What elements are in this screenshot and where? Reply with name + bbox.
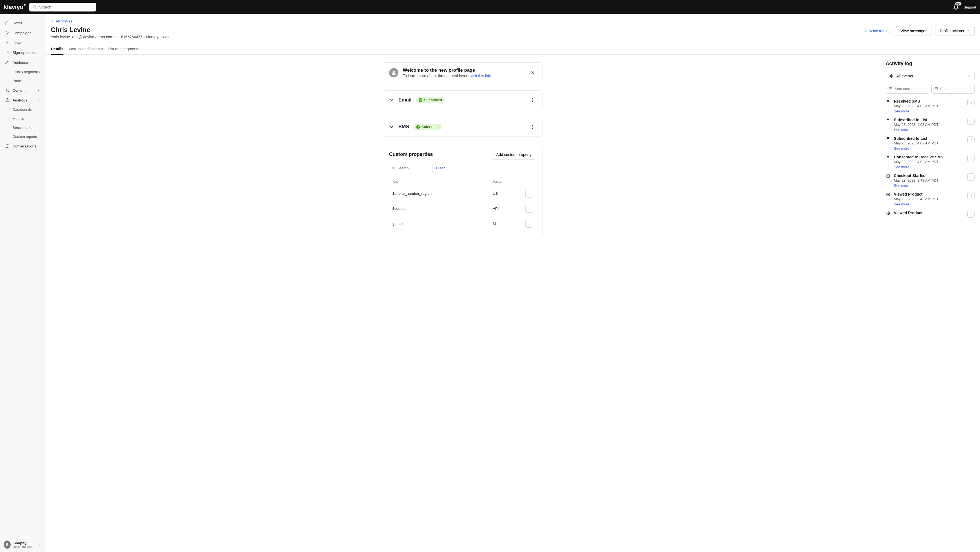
activity-timeline: Received SMSMay 23, 2023, 4:02 AM PDTSee…: [886, 99, 975, 222]
event-menu-button[interactable]: [967, 192, 975, 199]
view-messages-button[interactable]: View messages: [896, 26, 932, 36]
table-header-key: Key: [390, 177, 490, 186]
svg-point-39: [971, 120, 971, 120]
activity-event: Viewed ProductMay 23, 2023, 3:42 AM PDTS…: [886, 192, 975, 211]
search-input[interactable]: [39, 5, 93, 9]
event-name: Subscribed to List: [894, 118, 964, 122]
see-more-link[interactable]: See more: [894, 202, 909, 206]
profile-actions-button[interactable]: Profile actions: [935, 26, 975, 36]
chevron-up-icon: [37, 61, 40, 64]
event-name: Viewed Product: [894, 192, 964, 196]
see-more-link[interactable]: See more: [894, 165, 909, 169]
view-old-page-link[interactable]: View the old page: [864, 29, 892, 33]
table-row: $phone_number_regionUS: [390, 187, 536, 201]
see-more-link[interactable]: See more: [894, 146, 909, 150]
sidebar-item-conversations[interactable]: Conversations: [0, 141, 45, 151]
event-date: May 23, 2023, 4:02 AM PDT: [894, 123, 964, 127]
event-body: Consented to Receive SMSMay 23, 2023, 4:…: [894, 155, 964, 169]
event-menu-button[interactable]: [967, 99, 975, 106]
svg-point-7: [8, 61, 9, 62]
sidebar-item-home[interactable]: Home: [0, 18, 45, 28]
expand-toggle[interactable]: [389, 124, 394, 129]
event-menu-button[interactable]: [967, 118, 975, 125]
tab-lists-segments[interactable]: List and segments: [108, 44, 140, 54]
end-date-placeholder: End date: [940, 87, 955, 91]
see-more-link[interactable]: See more: [894, 109, 909, 113]
sidebar-item-benchmarks[interactable]: Benchmarks: [0, 123, 45, 132]
svg-point-24: [529, 194, 530, 195]
audience-icon: [5, 60, 10, 65]
sidebar-label: Profiles: [13, 79, 24, 83]
see-more-link[interactable]: See more: [894, 183, 909, 188]
profile-location: Montoyatown: [146, 35, 169, 39]
see-more-link[interactable]: See more: [894, 128, 909, 132]
sidebar-item-campaigns[interactable]: Campaigns: [0, 28, 45, 38]
sidebar-item-lists-segments[interactable]: Lists & segments: [0, 67, 45, 76]
tab-metrics[interactable]: Metrics and insights: [69, 44, 103, 54]
event-menu-button[interactable]: [967, 174, 975, 180]
svg-point-11: [393, 71, 395, 73]
custom-props-search-input[interactable]: [397, 166, 430, 170]
svg-point-25: [529, 207, 530, 207]
activity-event: Consented to Receive SMSMay 23, 2023, 4:…: [886, 155, 975, 174]
status-label: Subscribed: [422, 125, 439, 129]
welcome-banner: Welcome to the new profile page To learn…: [383, 62, 542, 83]
sidebar-label: Campaigns: [13, 31, 31, 35]
sidebar-item-content[interactable]: Content: [0, 85, 45, 95]
close-button[interactable]: [529, 69, 536, 76]
event-menu-button[interactable]: [967, 155, 975, 162]
welcome-link[interactable]: visit this link: [471, 73, 491, 78]
profile-phone: +18166766477: [117, 35, 142, 39]
kebab-icon: [969, 101, 973, 104]
svg-point-42: [971, 139, 971, 139]
sidebar-item-custom-reports[interactable]: Custom reports: [0, 132, 45, 141]
search-icon: [392, 166, 395, 170]
row-menu-button[interactable]: [525, 220, 533, 228]
sidebar-item-audience[interactable]: Audience: [0, 57, 45, 67]
add-custom-property-button[interactable]: Add custom property: [492, 150, 536, 160]
svg-point-16: [532, 101, 533, 102]
end-date-input[interactable]: End date: [931, 84, 975, 94]
logo[interactable]: klaviyo: [4, 3, 25, 11]
svg-point-51: [971, 177, 971, 178]
svg-point-27: [529, 209, 530, 210]
check-icon: [416, 125, 420, 129]
activity-event: Subscribed to ListMay 23, 2023, 4:02 AM …: [886, 136, 975, 155]
tab-details[interactable]: Details: [51, 44, 64, 54]
expand-toggle[interactable]: [389, 98, 394, 102]
breadcrumb-back[interactable]: All profiles: [51, 19, 72, 23]
clear-link[interactable]: Clear: [436, 166, 445, 170]
account-switcher[interactable]: S Shopify [[... alejandro.gonz...: [0, 537, 45, 552]
channel-menu-button[interactable]: [529, 97, 536, 104]
sidebar-item-dashboards[interactable]: Dashboards: [0, 105, 45, 114]
prop-value: M: [490, 217, 522, 231]
sidebar-item-profiles[interactable]: Profiles: [0, 76, 45, 85]
event-menu-button[interactable]: [967, 211, 975, 218]
custom-props-header: Custom properties Add custom property: [389, 150, 536, 160]
event-filter-dropdown[interactable]: All events: [886, 71, 975, 81]
activity-event: Received SMSMay 23, 2023, 4:02 AM PDTSee…: [886, 99, 975, 118]
custom-props-search-row: Clear: [389, 164, 536, 172]
status-badge: Subscribed: [416, 97, 445, 103]
content-icon: [5, 88, 10, 93]
start-date-input[interactable]: Start date: [886, 84, 929, 94]
svg-point-36: [971, 101, 971, 102]
row-menu-button[interactable]: [525, 205, 533, 212]
channel-menu-button[interactable]: [529, 123, 536, 131]
notifications-button[interactable]: 99+: [953, 4, 959, 10]
sidebar-item-metrics[interactable]: Metrics: [0, 114, 45, 123]
start-date-placeholder: Start date: [895, 87, 910, 91]
sidebar-item-signup-forms[interactable]: Sign-up forms: [0, 48, 45, 57]
forms-icon: [5, 50, 10, 55]
row-menu-button[interactable]: [525, 190, 533, 198]
svg-point-58: [971, 214, 971, 214]
title-col: Chris Levine chris.levine_022@klaviyo-de…: [51, 26, 169, 39]
sidebar-item-analytics[interactable]: Analytics: [0, 95, 45, 105]
svg-point-38: [971, 103, 971, 104]
event-menu-button[interactable]: [967, 136, 975, 144]
event-body: Viewed ProductMay 23, 2023, 3:42 AM PDTS…: [894, 192, 964, 206]
topbar-right: 99+ Support: [953, 4, 976, 10]
flag-icon: [886, 136, 891, 141]
support-link[interactable]: Support: [964, 5, 976, 9]
sidebar-item-flows[interactable]: Flows: [0, 38, 45, 48]
